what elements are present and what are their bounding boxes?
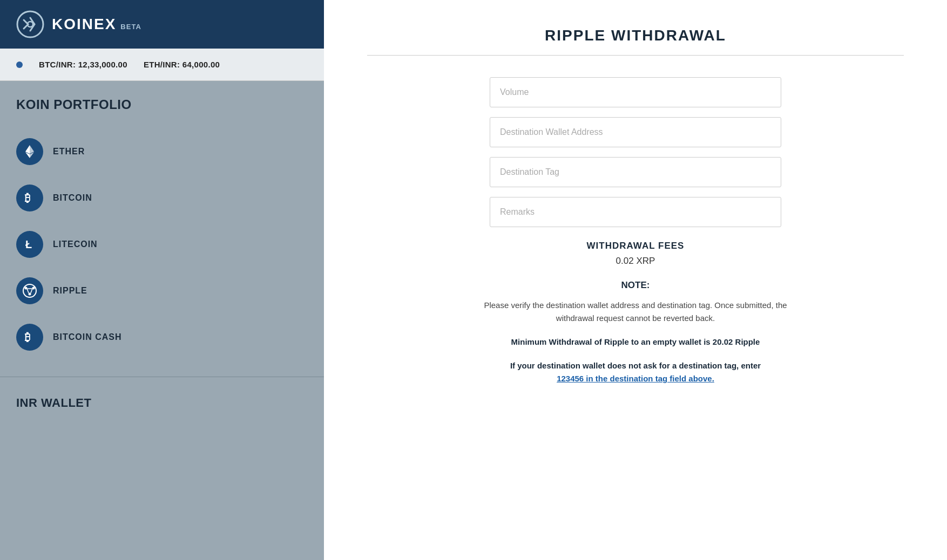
litecoin-label: LITECOIN: [53, 240, 98, 249]
note-title: NOTE:: [474, 280, 797, 291]
koinex-logo-icon: [16, 10, 44, 38]
bitcoin-cash-icon: ₿: [22, 330, 37, 345]
bitcoin-cash-icon-bg: ₿: [16, 324, 43, 351]
app-header: KOINEX BETA: [0, 0, 324, 49]
ticker-dot: [16, 62, 23, 68]
right-panel: RIPPLE WITHDRAWAL WITHDRAWAL FEES 0.02 X…: [324, 0, 947, 560]
ether-icon: [22, 144, 37, 159]
svg-point-12: [29, 293, 31, 296]
logo: KOINEX BETA: [16, 10, 141, 38]
ripple-icon-bg: [16, 277, 43, 304]
fees-value: 0.02 XRP: [587, 256, 685, 267]
note-link-prefix: If your destination wallet does not ask …: [510, 361, 761, 370]
svg-text:₿: ₿: [25, 192, 30, 204]
inr-title: INR WALLET: [16, 396, 308, 410]
logo-text: KOINEX BETA: [52, 16, 141, 33]
panel-title: RIPPLE WITHDRAWAL: [545, 27, 726, 44]
svg-text:Ł: Ł: [25, 238, 32, 250]
svg-point-0: [16, 10, 44, 38]
portfolio-section: KOIN PORTFOLIO: [0, 81, 324, 371]
note-section: NOTE: Please verify the destination wall…: [474, 280, 797, 385]
panel-divider: [367, 55, 904, 56]
sidebar: KOIN PORTFOLIO: [0, 81, 324, 560]
note-text: Please verify the destination wallet add…: [474, 299, 797, 325]
btc-price: BTC/INR: 12,33,000.00: [39, 60, 127, 69]
coin-item-litecoin[interactable]: Ł LITECOIN: [16, 221, 308, 268]
bitcoin-label: BITCOIN: [53, 193, 92, 203]
ether-icon-bg: [16, 138, 43, 165]
ether-label: ETHER: [53, 147, 85, 156]
svg-line-14: [31, 289, 32, 293]
coin-item-ripple[interactable]: RIPPLE: [16, 268, 308, 314]
coin-item-bitcoin[interactable]: ₿ BITCOIN: [16, 175, 308, 221]
litecoin-icon: Ł: [22, 237, 37, 252]
coin-list: ETHER ₿ BITCOIN: [16, 128, 308, 360]
destination-wallet-input[interactable]: [490, 117, 781, 147]
ripple-label: RIPPLE: [53, 286, 87, 296]
bitcoin-icon: ₿: [22, 190, 37, 206]
note-link-anchor[interactable]: 123456 in the destination tag field abov…: [557, 374, 714, 383]
ticker-bar: BTC/INR: 12,33,000.00 ETH/INR: 64,000.00: [0, 49, 324, 81]
eth-price: ETH/INR: 64,000.00: [144, 60, 220, 69]
logo-name: KOINEX: [52, 16, 116, 33]
ripple-icon: [22, 283, 37, 298]
destination-tag-input[interactable]: [490, 157, 781, 187]
svg-point-1: [17, 11, 43, 37]
sidebar-divider: [0, 377, 324, 377]
remarks-input[interactable]: [490, 197, 781, 227]
portfolio-title: KOIN PORTFOLIO: [16, 97, 308, 112]
note-bold: Minimum Withdrawal of Ripple to an empty…: [474, 336, 797, 349]
fees-section: WITHDRAWAL FEES 0.02 XRP: [587, 241, 685, 280]
litecoin-icon-bg: Ł: [16, 231, 43, 258]
inr-section: INR WALLET: [0, 383, 324, 424]
volume-input[interactable]: [490, 77, 781, 107]
logo-beta: BETA: [120, 23, 141, 31]
coin-item-bitcoin-cash[interactable]: ₿ BITCOIN CASH: [16, 314, 308, 360]
withdrawal-form: [490, 77, 781, 227]
bitcoin-cash-label: BITCOIN CASH: [53, 332, 122, 342]
fees-title: WITHDRAWAL FEES: [587, 241, 685, 251]
coin-item-ether[interactable]: ETHER: [16, 128, 308, 175]
bitcoin-icon-bg: ₿: [16, 185, 43, 211]
svg-line-13: [27, 289, 29, 293]
note-link-text: If your destination wallet does not ask …: [474, 359, 797, 385]
svg-text:₿: ₿: [25, 331, 30, 343]
